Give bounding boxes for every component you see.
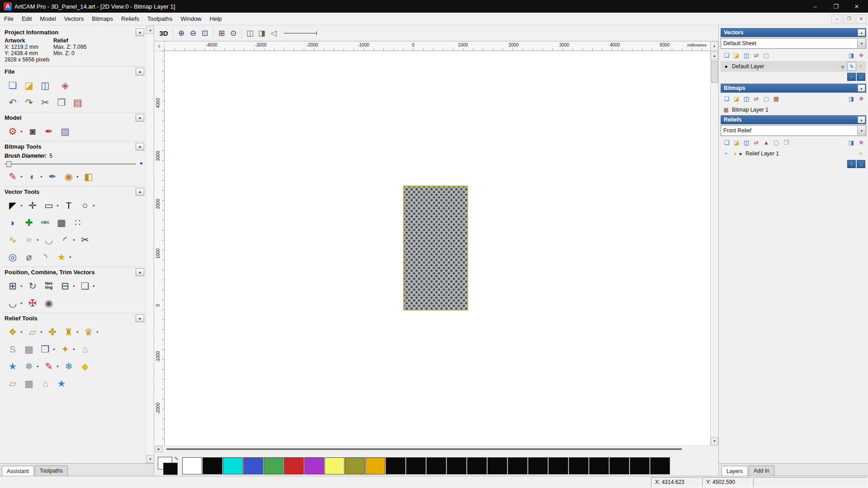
paint-icon[interactable]: ✎	[5, 169, 21, 184]
flyout-arrow-icon[interactable]: ▸	[73, 347, 77, 351]
weld-vectors-icon[interactable]: ✠	[24, 295, 41, 310]
close-button[interactable]: ✕	[846, 0, 867, 13]
smooth-relief-icon[interactable]: S	[5, 341, 21, 357]
open-model-icon[interactable]: ◪	[21, 77, 37, 93]
circular-copy-icon[interactable]: ↻	[24, 278, 41, 293]
relief-select[interactable]: Front Relief ▼	[721, 125, 866, 136]
tab-assistant[interactable]: Assistant	[2, 466, 34, 476]
tab-layers[interactable]: Layers	[722, 466, 748, 476]
measure-tool-icon[interactable]: ⌀	[21, 249, 37, 264]
extra-relief-icon[interactable]: ⌂	[37, 375, 53, 391]
scroll-up-icon[interactable]: ▲	[146, 26, 154, 34]
colour-blend-icon[interactable]: ◐	[24, 169, 41, 184]
visibility-lamp-icon[interactable]: ☀	[856, 149, 865, 158]
slider-thumb[interactable]	[6, 161, 11, 167]
flyout-arrow-icon[interactable]: ▸	[70, 255, 73, 259]
sheet-page-icon[interactable]: ▢	[761, 51, 771, 60]
pan-view-icon[interactable]: ◨	[256, 27, 268, 39]
text-on-curve-icon[interactable]: ABC	[37, 215, 53, 230]
scrollbar-track[interactable]	[163, 446, 718, 452]
palette-swatch[interactable]	[447, 457, 467, 474]
face-wizard-icon[interactable]: ❅	[21, 358, 37, 374]
flyout-arrow-icon[interactable]: ▸	[21, 129, 24, 133]
chevron-down-icon[interactable]: ▼	[857, 126, 866, 135]
texture-relief-icon[interactable]: ❄	[61, 358, 77, 374]
relief-page-icon[interactable]: ▢	[771, 138, 781, 147]
menu-reliefs[interactable]: Reliefs	[117, 13, 143, 25]
ruler-origin-button[interactable]: ✛	[154, 41, 165, 51]
menu-vectors[interactable]: Vectors	[60, 13, 88, 25]
layer-colour-icon[interactable]: ●	[722, 63, 731, 70]
palette-icon[interactable]: ◉	[61, 169, 77, 184]
ruler-options-icon[interactable]: ▼	[710, 41, 718, 51]
paste-along-curve-icon[interactable]: ❑	[77, 278, 93, 293]
align-vectors-icon[interactable]: ⊞	[5, 278, 21, 293]
wedge-relief-icon[interactable]: ◆	[77, 358, 93, 374]
scrollbar-thumb[interactable]	[711, 61, 718, 83]
palette-swatch[interactable]	[487, 457, 507, 474]
revolve-tool-icon[interactable]: ◎	[5, 249, 21, 264]
palette-swatch[interactable]	[589, 457, 609, 474]
previous-view-icon[interactable]: ◫	[244, 27, 256, 39]
brush-diameter-slider[interactable]	[5, 160, 136, 167]
bitmap-layer-row[interactable]: ▦ Bitmap Layer 1	[721, 104, 866, 115]
flyout-arrow-icon[interactable]: ▸	[37, 238, 41, 242]
flyout-arrow-icon[interactable]: ▸	[21, 203, 24, 207]
flyout-arrow-icon[interactable]: ▸	[77, 174, 80, 178]
drawing-canvas[interactable]	[165, 51, 710, 446]
move-layer-down-icon[interactable]: ↓	[857, 160, 865, 168]
lock-icon[interactable]: ◈	[838, 62, 847, 71]
save-model-icon[interactable]: ◫	[37, 77, 53, 93]
save-vector-layer-icon[interactable]: ◫	[741, 51, 751, 60]
palette-swatch[interactable]	[609, 457, 629, 474]
palette-swatch[interactable]	[345, 457, 365, 474]
fillet-tool-icon[interactable]: ◝	[37, 249, 53, 264]
move-layer-down-icon[interactable]: ↓	[857, 73, 865, 81]
create-arc-icon[interactable]: ◜	[57, 232, 73, 247]
create-polyline-icon[interactable]: ∿	[5, 232, 21, 247]
grid-tool-icon[interactable]: ▦	[53, 215, 70, 230]
zoom-objects-icon[interactable]: ⊙	[227, 27, 239, 39]
snap-grid-icon[interactable]: ✚	[21, 215, 37, 230]
collapse-icon[interactable]: ▲	[136, 143, 144, 150]
relief-envelope-icon[interactable]: ⌂	[77, 341, 93, 357]
new-vector-layer-icon[interactable]: ❏	[722, 51, 731, 60]
pick-colour-icon[interactable]: ✒	[44, 169, 61, 184]
zoom-window-icon[interactable]: ⊡	[199, 27, 211, 39]
collapse-icon[interactable]: ▲	[136, 114, 144, 122]
create-star-icon[interactable]: ★	[53, 249, 70, 264]
collapse-icon[interactable]: ▲	[136, 28, 144, 36]
tab-toolpaths[interactable]: Toolpaths	[35, 465, 68, 476]
palette-swatch[interactable]	[223, 457, 243, 474]
sculpt-relief-icon[interactable]: ❖	[5, 324, 21, 339]
menu-toolpaths[interactable]: Toolpaths	[143, 13, 177, 25]
menu-help[interactable]: Help	[206, 13, 226, 25]
transfer-layer-icon[interactable]: ⇄	[751, 138, 761, 147]
select-vectors-icon[interactable]: ◤	[5, 197, 21, 213]
save-bitmap-layer-icon[interactable]: ◫	[741, 94, 751, 103]
palette-swatch[interactable]	[304, 457, 324, 474]
flyout-arrow-icon[interactable]: ▸	[73, 238, 77, 242]
emboss-relief-icon[interactable]: ♛	[80, 324, 97, 339]
view-back-icon[interactable]: ◁	[268, 27, 279, 39]
palette-swatch[interactable]	[243, 457, 263, 474]
minimize-button[interactable]: –	[805, 0, 826, 13]
slider-track[interactable]	[5, 164, 136, 164]
new-relief-layer-icon[interactable]: ❏	[722, 138, 731, 147]
scroll-up-icon[interactable]: ▲	[711, 52, 718, 60]
transform-vectors-icon[interactable]: ✛	[24, 197, 41, 213]
sheet-select[interactable]: Default Sheet ▼	[721, 38, 866, 49]
toggle-visibility-icon[interactable]: ◨	[846, 138, 856, 147]
menu-bitmaps[interactable]: Bitmaps	[88, 13, 117, 25]
mdi-close-button[interactable]: ✕	[856, 14, 867, 23]
flyout-arrow-icon[interactable]: ▸	[57, 364, 61, 368]
expander-icon[interactable]: ▶	[740, 152, 744, 156]
bezier-curve-icon[interactable]: ◡	[41, 232, 57, 247]
menu-file[interactable]: File	[0, 13, 18, 25]
collapse-icon[interactable]: ▲	[858, 116, 865, 123]
maximize-button[interactable]: ❐	[826, 0, 846, 13]
merge-layers-icon[interactable]: ❖	[856, 138, 866, 147]
palette-swatch[interactable]	[406, 457, 426, 474]
palette-swatch[interactable]	[548, 457, 568, 474]
new-bitmap-layer-icon[interactable]: ❏	[722, 94, 731, 103]
